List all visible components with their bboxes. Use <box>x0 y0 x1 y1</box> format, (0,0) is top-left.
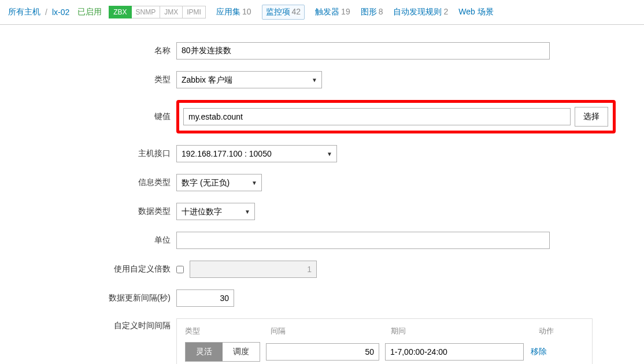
tag-snmp[interactable]: SNMP <box>132 6 161 18</box>
interval-type-segment: 灵活 调度 <box>185 342 260 362</box>
nav-applications[interactable]: 应用集10 <box>216 7 251 17</box>
input-update-interval[interactable] <box>176 289 234 307</box>
label-data-type: 数据类型 <box>0 206 176 217</box>
select-interface[interactable]: 192.168.177.100 : 10050 <box>176 145 337 162</box>
interface-tag-group: ZBX SNMP JMX IPMI <box>109 6 206 18</box>
input-interval-value[interactable] <box>266 343 379 361</box>
item-form: 名称 类型 Zabbix 客户端 键值 选择 主机接口 192.168.177.… <box>0 25 644 364</box>
select-info-type[interactable]: 数字 (无正负) <box>176 174 262 191</box>
label-info-type: 信息类型 <box>0 177 176 188</box>
nav-items[interactable]: 监控项42 <box>262 5 305 20</box>
tag-jmx[interactable]: JMX <box>160 6 183 18</box>
link-remove-interval[interactable]: 移除 <box>531 347 547 357</box>
checkbox-custom-multiplier[interactable] <box>176 266 184 273</box>
nav-links: 应用集10 监控项42 触发器19 图形8 自动发现规则2 Web 场景 <box>216 5 494 20</box>
select-data-type[interactable]: 十进位数字 <box>176 203 255 220</box>
col-type: 类型 <box>185 326 271 336</box>
breadcrumb-separator: / <box>45 8 47 17</box>
segment-schedule[interactable]: 调度 <box>223 343 260 361</box>
key-select-button[interactable]: 选择 <box>575 107 608 127</box>
interval-header: 类型 间隔 期间 动作 <box>185 326 584 336</box>
segment-flexible[interactable]: 灵活 <box>186 343 223 361</box>
label-update-interval: 数据更新间隔(秒) <box>0 293 176 303</box>
tag-zbx[interactable]: ZBX <box>109 6 131 18</box>
input-name[interactable] <box>176 42 550 60</box>
tag-ipmi[interactable]: IPMI <box>183 6 206 18</box>
nav-web[interactable]: Web 场景 <box>458 7 493 17</box>
label-name: 名称 <box>0 46 176 56</box>
interval-row: 灵活 调度 移除 <box>185 342 584 362</box>
key-highlight-box: 选择 <box>176 100 616 133</box>
label-key: 键值 <box>0 112 176 122</box>
label-custom-interval: 自定义时间间隔 <box>0 318 176 331</box>
breadcrumb-all-hosts[interactable]: 所有主机 <box>8 7 40 17</box>
label-interface: 主机接口 <box>0 148 176 159</box>
breadcrumb-host[interactable]: lx-02 <box>52 8 69 17</box>
top-bar: 所有主机 / lx-02 已启用 ZBX SNMP JMX IPMI 应用集10… <box>0 0 644 25</box>
custom-interval-box: 类型 间隔 期间 动作 灵活 调度 移除 <box>176 318 593 364</box>
input-key[interactable] <box>183 108 571 125</box>
col-period: 期间 <box>391 326 539 336</box>
input-custom-multiplier <box>190 261 317 278</box>
label-unit: 单位 <box>0 235 176 246</box>
input-period-value[interactable] <box>385 343 524 361</box>
select-type[interactable]: Zabbix 客户端 <box>176 71 322 88</box>
col-interval: 间隔 <box>271 326 391 336</box>
input-unit[interactable] <box>176 232 550 249</box>
label-type: 类型 <box>0 75 176 85</box>
nav-discovery[interactable]: 自动发现规则2 <box>393 7 448 17</box>
nav-triggers[interactable]: 触发器19 <box>315 7 350 17</box>
status-enabled: 已启用 <box>77 7 102 17</box>
label-custom-multiplier: 使用自定义倍数 <box>0 264 176 274</box>
nav-graphs[interactable]: 图形8 <box>361 7 383 17</box>
col-action: 动作 <box>539 326 554 336</box>
